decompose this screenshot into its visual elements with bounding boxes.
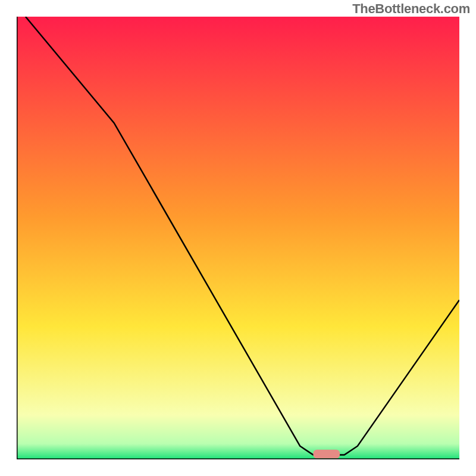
chart-container xyxy=(17,17,459,459)
watermark-text: TheBottleneck.com xyxy=(352,1,470,17)
bottleneck-chart xyxy=(17,17,459,459)
gradient-background xyxy=(17,17,459,459)
highlight-marker xyxy=(313,450,340,459)
